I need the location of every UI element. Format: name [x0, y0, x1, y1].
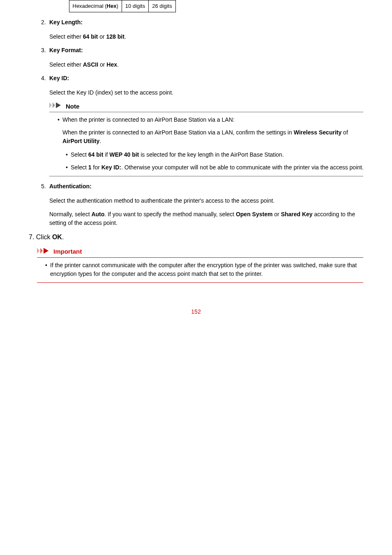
twentysix-digits-cell: 26 digits — [149, 0, 175, 12]
svg-marker-1 — [53, 102, 55, 108]
ten-digits-cell: 10 digits — [122, 0, 148, 12]
important-bar: Important — [37, 247, 363, 258]
important-label: Important — [53, 248, 82, 255]
item-key-id: 4.Key ID: — [41, 74, 367, 83]
svg-marker-2 — [56, 102, 61, 108]
note-bar: Note — [49, 102, 363, 113]
important-bullet: If the printer cannot communicate with t… — [45, 261, 367, 278]
svg-marker-3 — [37, 248, 39, 254]
note-bullet: When the printer is connected to an AirP… — [58, 116, 367, 124]
chevron-icon — [37, 247, 52, 256]
step-7: 7. Click OK. — [29, 232, 367, 242]
item-key-length: 2.Key Length: — [41, 18, 367, 27]
note-bottom-rule — [49, 176, 363, 176]
key-format-body: Select either ASCII or Hex. — [49, 60, 367, 69]
svg-marker-5 — [44, 248, 48, 254]
empty-cell — [49, 0, 69, 12]
note-line: When the printer is connected to an AirP… — [62, 128, 367, 146]
auth-body2: Normally, select Auto. If you want to sp… — [49, 210, 367, 227]
key-length-body: Select either 64 bit or 128 bit. — [49, 32, 367, 41]
note-subbullet-2: Select 1 for Key ID:. Otherwise your com… — [66, 163, 367, 172]
item-authentication: 5.Authentication: — [41, 182, 367, 191]
item-key-format: 3.Key Format: — [41, 46, 367, 55]
svg-marker-4 — [40, 248, 43, 254]
svg-marker-0 — [49, 102, 52, 108]
important-bottom-rule — [37, 282, 363, 283]
hex-cell: Hexadecimal (Hex) — [69, 0, 122, 12]
auth-body1: Select the authentication method to auth… — [49, 197, 367, 205]
chevron-icon — [49, 102, 64, 111]
note-label: Note — [66, 103, 79, 110]
note-subbullet-1: Select 64 bit if WEP 40 bit is selected … — [66, 150, 367, 159]
key-id-body: Select the Key ID (index) set to the acc… — [49, 88, 367, 97]
page-number: 152 — [25, 308, 367, 316]
hex-table: Hexadecimal (Hex) 10 digits 26 digits — [49, 0, 176, 12]
